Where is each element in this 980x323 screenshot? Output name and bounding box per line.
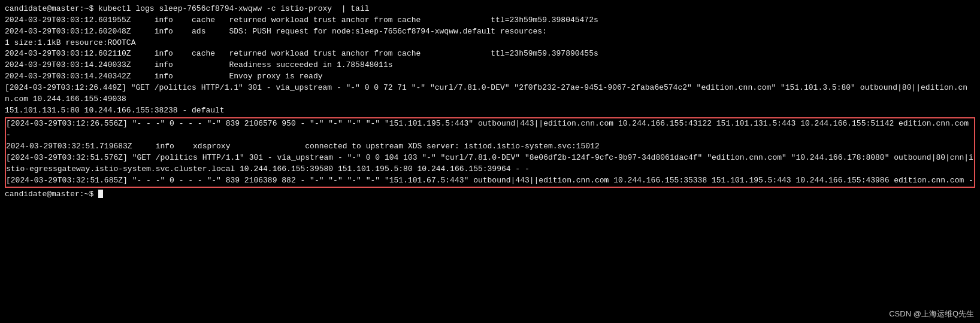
terminal-line: 1 size:1.1kB resource:ROOTCA xyxy=(5,38,975,49)
terminal-line: 2024-03-29T03:03:14.240342Z info Envoy p… xyxy=(5,71,975,83)
terminal-window: candidate@master:~$ kubectl logs sleep-7… xyxy=(0,0,980,323)
terminal-line: 151.101.131.5:80 10.244.166.155:38238 - … xyxy=(5,105,975,117)
terminal-line: [2024-03-29T03:32:51.685Z] "- - -" 0 - -… xyxy=(6,175,974,187)
watermark: CSDN @上海运维Q先生 xyxy=(889,309,974,319)
terminal-cursor xyxy=(98,190,103,198)
terminal-line: [2024-03-29T03:32:51.576Z] "GET /politic… xyxy=(6,153,974,175)
terminal-line: 2024-03-29T03:03:12.602048Z info ads SDS… xyxy=(5,26,975,38)
terminal-line: 2024-03-29T03:03:12.601955Z info cache r… xyxy=(5,15,975,26)
terminal-line: 2024-03-29T03:32:51.719683Z info xdsprox… xyxy=(6,141,974,153)
terminal-line: [2024-03-29T03:12:26.449Z] "GET /politic… xyxy=(5,83,975,105)
highlighted-block: [2024-03-29T03:12:26.556Z] "- - -" 0 - -… xyxy=(5,117,975,187)
terminal-line: [2024-03-29T03:12:26.556Z] "- - -" 0 - -… xyxy=(6,118,974,141)
terminal-line: candidate@master:~$ kubectl logs sleep-7… xyxy=(5,4,975,15)
terminal-line: 2024-03-29T03:03:14.240033Z info Readine… xyxy=(5,60,975,71)
terminal-line: 2024-03-29T03:03:12.602110Z info cache r… xyxy=(5,48,975,60)
terminal-line: candidate@master:~$ xyxy=(5,189,975,200)
